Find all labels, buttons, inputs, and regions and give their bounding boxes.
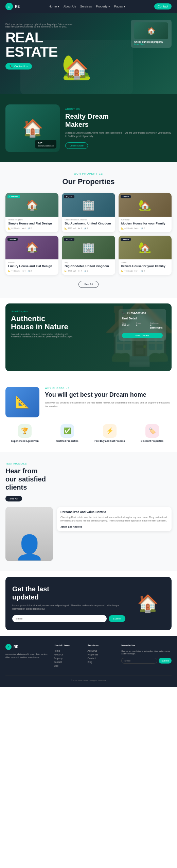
testimonial-card: Personalized and Value-Centric Choosing … [57,507,172,531]
property-card[interactable]: 🏠 $3,000 France Luxury House and Flat De… [5,236,58,275]
about-section: 🏠 12+ Years Experience ABOUT US Realty D… [0,94,177,162]
property-name: Modern House for your Family [121,222,169,225]
footer-newsletter-input[interactable] [121,658,157,664]
footer-newsletter-form: Submit [121,658,172,664]
property-badge: $3,000 [121,195,131,198]
bath-value: 4 Bathrooms [150,324,163,329]
property-badge: $3,000 [64,195,74,198]
properties-label: OUR PROPERTIES [5,172,172,175]
contact-button[interactable]: Contact [154,3,172,9]
property-name: Big Condotel, United Kingdom [65,264,112,268]
footer-newsletter-submit[interactable]: Submit [159,658,172,664]
feature-phone: 📞 +1 234-567-890 [122,312,163,315]
feature-detail-card: 📞 +1 234-567-890 Unit Detail Size 250 M²… [119,309,166,341]
property-location: United States of America [65,219,112,221]
footer-service-properties[interactable]: Properties [87,653,116,656]
newsletter-image: 🏠 [131,587,165,620]
nav-pages[interactable]: Pages ▾ [114,5,125,8]
why-feature-discount: 🏷️ Discount Properties [132,424,172,442]
testimonial-text: Choosing Real estate was the best decisi… [60,516,168,523]
why-features: 🏆 Experienced Agent Pren ✅ Certified Pro… [5,424,172,442]
feature-property-section: 🏠 United Kingdom Authentic House in Natu… [5,303,172,371]
fast-icon: ⚡ [103,424,117,438]
property-card[interactable]: 🏡 $3,000 Germany Modern House for your F… [119,193,172,232]
see-all-button[interactable]: See All [78,281,99,288]
footer-service-about[interactable]: About Us [87,650,116,652]
why-feature-certified: ✅ Certified Properties [48,424,87,442]
footer-service-contact[interactable]: Contact [87,657,116,659]
property-location: France [8,261,56,263]
why-title: You will get best your Dream home [45,391,172,399]
feature-stats: Size 250 M² Room 4 Bathroom 4 Bathrooms [122,322,163,329]
footer-brand-name: RE [14,645,18,649]
property-badge: $3,000 [121,238,131,241]
property-card[interactable]: 🏢 $3,000 Italy Big Condotel, United King… [62,236,115,275]
hero-cta: 📞 Contact Us [5,63,172,70]
hero-content: Find your perfect property, right at you… [5,23,172,70]
hero-title: REAL ESTATE [5,31,172,59]
feature-name-fast: Fast Buy and Fast Process [90,440,129,442]
property-baths: 🚿 2 [28,227,32,230]
about-label: ABOUT US [65,108,172,110]
property-card[interactable]: 🏠 Featured United Kingdom Simple House a… [5,193,58,232]
footer-link-blog[interactable]: Blog [54,665,82,667]
property-area: 📐 4435 sqft [121,270,133,272]
newsletter-content: Get the last updated Lorem ipsum dolor s… [12,585,125,622]
property-baths: 🚿 2 [28,270,32,272]
property-badge: $3,000 [64,238,74,241]
nav-property[interactable]: Property ▾ [96,5,110,8]
property-location: Germany [121,219,169,221]
footer-link-property[interactable]: Property [54,657,82,659]
nav-home[interactable]: Home ▾ [49,5,59,8]
footer-grid: ⌂ RE consectetur adipiscing elit, lorem … [5,644,172,668]
properties-grid: 🏠 Featured United Kingdom Simple House a… [5,193,172,275]
footer-link-contact[interactable]: Contact [54,661,82,663]
go-to-details-button[interactable]: Go to Details [122,333,163,338]
about-title: Realty Dream Makers [65,112,172,129]
testimonials-title: Hear from our satisfied clients [5,467,67,491]
contact-us-button[interactable]: 📞 Contact Us [5,63,32,70]
newsletter-form: Submit [12,615,125,622]
property-meta: 📐 4435 sqft 🛏 4 🚿 2 [65,227,112,230]
property-meta: 📐 4435 sqft 🛏 4 🚿 2 [121,227,169,230]
newsletter-section: Get the last updated Lorem ipsum dolor s… [5,577,172,630]
about-text: At Realty Dream Makers, we're more than … [65,131,172,138]
nav-services[interactable]: Services [80,5,92,8]
footer-newsletter: Newsletter Sign up on newsletter to get … [121,644,172,668]
newsletter-text: Lorem ipsum dolor sit amet, consectetur … [12,604,125,611]
property-beds: 🛏 4 [22,270,25,272]
testimonials-see-all[interactable]: See All [5,496,22,501]
nav-about[interactable]: About Us [64,5,76,8]
about-image: 🏠 12+ Years Experience [5,104,60,152]
footer-link-about[interactable]: About Us [54,653,82,656]
why-top: 📐 WHY CHOOSE US You will get best your D… [5,387,172,417]
newsletter-submit-button[interactable]: Submit [109,615,125,622]
footer-services: Services About Us Properties Contact Blo… [87,644,116,668]
see-all-wrap: See All [5,280,172,288]
footer-link-home[interactable]: Home [54,650,82,652]
property-card[interactable]: 🏡 $3,000 Spain Private House for your Fa… [119,236,172,275]
property-name: Big Apartment, United Kingdom [65,222,112,225]
footer-logo-icon: ⌂ [5,644,12,650]
feature-desc: Lorem ipsum dolor sit amet, consectetur … [11,333,79,338]
testimonials-label: TESTIMONIALS [5,462,172,465]
learn-more-button[interactable]: Learn More [65,142,88,149]
newsletter-email-input[interactable] [12,615,107,622]
blueprint-image: 📐 [5,387,39,417]
footer-brand: ⌂ RE consectetur adipiscing elit, lorem … [5,644,48,668]
footer-newsletter-text: Sign up on newsletter to get update info… [121,650,172,655]
property-meta: 📐 4435 sqft 🛏 4 🚿 2 [8,270,56,272]
property-badge: Featured [7,195,20,198]
footer-logo: ⌂ RE [5,644,48,650]
navbar: RE Home ▾ About Us Services Property ▾ P… [0,0,177,13]
property-area: 📐 4435 sqft [8,270,20,272]
why-label: WHY CHOOSE US [45,387,172,389]
feature-name-experienced: Experienced Agent Pren [5,440,45,442]
footer-service-blog[interactable]: Blog [87,661,116,663]
certified-icon: ✅ [60,424,74,438]
property-baths: 🚿 2 [84,227,88,230]
property-meta: 📐 4435 sqft 🛏 4 🚿 2 [121,270,169,272]
property-card[interactable]: 🏢 $3,000 United States of America Big Ap… [62,193,115,232]
why-content: WHY CHOOSE US You will get best your Dre… [45,387,172,409]
feature-name-certified: Certified Properties [48,440,87,442]
